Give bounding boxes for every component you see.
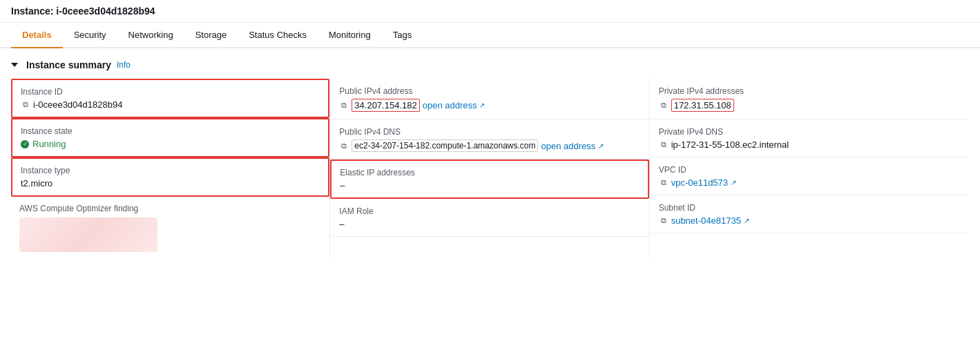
tabs-bar: Details Security Networking Storage Stat… — [0, 23, 980, 48]
elastic-ip-value: – — [340, 180, 639, 191]
iam-role-field: IAM Role – — [330, 199, 648, 237]
copy-public-ipv4-icon[interactable]: ⧉ — [339, 101, 349, 110]
open-dns-link[interactable]: open address — [541, 141, 595, 151]
info-link[interactable]: Info — [117, 60, 131, 70]
copy-icon[interactable]: ⧉ — [21, 100, 30, 110]
subnet-id-field: Subnet ID ⧉ subnet-04e81735 ↗ — [650, 195, 969, 233]
private-ipv4-field: Private IPv4 addresses ⧉ 172.31.55.108 — [650, 79, 969, 119]
public-dns-value: ⧉ ec2-34-207-154-182.compute-1.amazonaws… — [339, 139, 640, 152]
instance-id-label: Instance ID — [21, 87, 320, 97]
status-running: Running — [21, 139, 66, 149]
status-text: Running — [32, 139, 66, 149]
right-column: Private IPv4 addresses ⧉ 172.31.55.108 P… — [650, 79, 969, 259]
external-dns-icon[interactable]: ↗ — [598, 142, 604, 150]
public-ipv4-label: Public IPv4 address — [339, 86, 640, 96]
public-ipv4-value: ⧉ 34.207.154.182 open address ↗ — [339, 99, 640, 112]
elastic-ip-text: – — [340, 180, 345, 191]
tab-networking[interactable]: Networking — [117, 23, 184, 48]
open-address-link[interactable]: open address — [423, 100, 477, 110]
public-ipv4-text: 34.207.154.182 — [352, 99, 419, 112]
private-ipv4-text: 172.31.55.108 — [671, 99, 734, 112]
aws-optimizer-label: AWS Compute Optimizer finding — [19, 204, 321, 213]
section-title: Instance summary — [26, 59, 111, 70]
vpc-id-link[interactable]: vpc-0e11d573 — [671, 177, 728, 188]
aws-optimizer-blurred — [19, 218, 157, 252]
instance-type-field: Instance type t2.micro — [11, 157, 329, 197]
private-dns-field: Private IPv4 DNS ⧉ ip-172-31-55-108.ec2.… — [650, 119, 969, 157]
private-dns-value: ⧉ ip-172-31-55-108.ec2.internal — [659, 139, 960, 150]
private-ipv4-label: Private IPv4 addresses — [659, 86, 960, 96]
vpc-id-label: VPC ID — [659, 165, 960, 175]
section-header: Instance summary Info — [11, 59, 969, 70]
copy-subnet-icon[interactable]: ⧉ — [659, 216, 669, 226]
subnet-id-label: Subnet ID — [659, 203, 960, 213]
tab-security[interactable]: Security — [63, 23, 117, 48]
copy-vpc-icon[interactable]: ⧉ — [659, 178, 669, 188]
copy-public-dns-icon[interactable]: ⧉ — [339, 141, 349, 151]
page-header: Instance: i-0ceee3d04d1828b94 — [0, 0, 980, 23]
instance-state-field: Instance state Running — [11, 118, 329, 157]
subnet-id-link[interactable]: subnet-04e81735 — [671, 215, 741, 226]
public-dns-label: Public IPv4 DNS — [339, 127, 640, 137]
copy-private-ipv4-icon[interactable]: ⧉ — [659, 101, 669, 110]
tab-status-checks[interactable]: Status Checks — [238, 23, 318, 48]
public-dns-text: ec2-34-207-154-182.compute-1.amazonaws.c… — [352, 139, 538, 152]
vpc-id-value: ⧉ vpc-0e11d573 ↗ — [659, 177, 960, 188]
iam-role-label: IAM Role — [339, 206, 640, 216]
iam-role-value: – — [339, 219, 640, 229]
tab-monitoring[interactable]: Monitoring — [318, 23, 382, 48]
page-title: Instance: i-0ceee3d04d1828b94 — [11, 6, 155, 17]
content-area: Instance summary Info Instance ID ⧉ i-0c… — [0, 48, 980, 270]
elastic-ip-label: Elastic IP addresses — [340, 168, 639, 177]
left-column: Instance ID ⧉ i-0ceee3d04d1828b94 Instan… — [11, 79, 330, 259]
instance-type-value: t2.micro — [21, 178, 320, 188]
iam-role-text: – — [339, 219, 344, 229]
private-ipv4-value: ⧉ 172.31.55.108 — [659, 99, 960, 112]
private-dns-text: ip-172-31-55-108.ec2.internal — [671, 139, 789, 150]
instance-type-text: t2.micro — [21, 178, 52, 188]
tab-storage[interactable]: Storage — [184, 23, 238, 48]
instance-id-field: Instance ID ⧉ i-0ceee3d04d1828b94 — [11, 79, 329, 118]
tab-details[interactable]: Details — [11, 23, 63, 48]
instance-id-text: i-0ceee3d04d1828b94 — [33, 99, 122, 110]
public-ipv4-field: Public IPv4 address ⧉ 34.207.154.182 ope… — [330, 79, 648, 119]
instance-type-label: Instance type — [21, 166, 320, 175]
subnet-external-icon[interactable]: ↗ — [744, 217, 749, 224]
copy-private-dns-icon[interactable]: ⧉ — [659, 140, 669, 150]
instance-state-value: Running — [21, 139, 320, 149]
status-dot — [21, 140, 29, 148]
vpc-external-icon[interactable]: ↗ — [731, 179, 736, 186]
instance-state-label: Instance state — [21, 126, 320, 136]
subnet-id-value: ⧉ subnet-04e81735 ↗ — [659, 215, 960, 226]
instance-id-value: ⧉ i-0ceee3d04d1828b94 — [21, 99, 320, 110]
private-dns-label: Private IPv4 DNS — [659, 127, 960, 137]
public-dns-field: Public IPv4 DNS ⧉ ec2-34-207-154-182.com… — [330, 119, 648, 160]
elastic-ip-field: Elastic IP addresses – — [330, 160, 648, 199]
external-link-icon[interactable]: ↗ — [479, 102, 485, 109]
vpc-id-field: VPC ID ⧉ vpc-0e11d573 ↗ — [650, 157, 969, 195]
summary-grid: Instance ID ⧉ i-0ceee3d04d1828b94 Instan… — [11, 79, 969, 259]
aws-optimizer-field: AWS Compute Optimizer finding — [11, 197, 329, 259]
mid-column: Public IPv4 address ⧉ 34.207.154.182 ope… — [330, 79, 649, 259]
collapse-icon[interactable] — [11, 63, 18, 67]
tab-tags[interactable]: Tags — [382, 23, 423, 48]
